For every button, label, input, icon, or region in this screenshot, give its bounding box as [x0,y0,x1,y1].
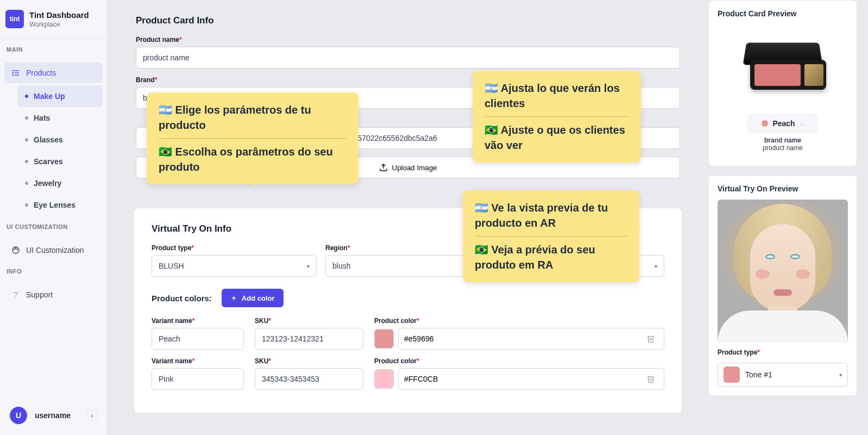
trash-icon [646,375,655,383]
chip-label: Peach [772,119,795,128]
nav-support[interactable]: ? Support [4,284,103,305]
delete-variant-button[interactable] [643,375,658,383]
username: username [35,411,79,420]
annotation-preview-card: 🇦🇷 Ajusta lo que verán los clientes 🇧🇷 A… [473,71,641,163]
plus-icon: ＋ [230,293,237,303]
sub-label: Scarves [34,157,63,166]
delete-variant-button[interactable] [643,334,658,343]
add-color-button[interactable]: ＋ Add color [222,289,284,307]
variant-name-input[interactable] [152,368,244,390]
question-icon: ? [11,290,21,300]
product-image [739,30,826,106]
product-card-preview-panel: Product Card Preview Peach ⌄ brand [708,0,857,166]
sub-jewelry[interactable]: Jewelry [17,172,103,194]
sku-label: SKU* [255,357,363,365]
variant-name-label: Variant name* [152,357,244,365]
sub-hats[interactable]: Hats [17,107,103,129]
annotation-line: 🇧🇷 Veja a prévia do seu produto em RA [475,242,627,272]
product-type-select[interactable]: BLUSH ▾ [152,255,317,277]
svg-point-9 [17,249,17,250]
product-type-label: Product type* [152,244,317,252]
section-ui: UI CUSTOMIZATION [0,216,107,234]
sub-eyelenses[interactable]: Eye Lenses [17,194,103,216]
svg-point-4 [12,72,13,73]
section-main: MAIN [0,39,107,57]
sku-input[interactable] [255,328,363,350]
collapse-sidebar-button[interactable]: ‹ [86,410,97,421]
section-info: INFO [0,260,107,279]
annotation-line: 🇧🇷 Ajuste o que os clientes vão ver [485,122,629,153]
nav-products[interactable]: Products [4,63,103,83]
tone-swatch [724,366,740,383]
logo: tint [5,10,24,28]
bullet-icon [25,182,28,185]
trash-icon [646,334,655,343]
nav-ui-label: UI Customization [26,246,84,254]
vto-preview-title: Virtual Try On Preview [718,184,848,193]
sku-label: SKU* [255,317,363,325]
color-chip[interactable]: Peach ⌄ [747,114,817,133]
app-title: Tint Dashboard [29,10,89,20]
bullet-icon [25,160,28,163]
svg-point-5 [12,74,13,75]
sub-makeup[interactable]: Make Up [17,85,103,107]
sidebar-header: tint Tint Dashboard Workplace [0,0,107,39]
app-subtitle: Workplace [29,21,89,28]
product-name-input[interactable] [136,47,680,69]
annotation-line: 🇦🇷 Ve la vista previa de tu producto en … [475,200,627,231]
select-value: BLUSH [159,262,184,270]
tryon-image [718,200,848,343]
sub-scarves[interactable]: Scarves [17,151,103,172]
product-name-label: Product name* [136,36,680,44]
avatar[interactable]: U [10,407,27,424]
variant-name-label: Variant name* [152,317,244,325]
svg-point-7 [14,249,15,250]
color-hex-input[interactable] [404,334,643,343]
variant-row: Variant name* SKU* Product color* [152,357,664,390]
bullet-icon [25,138,28,141]
nav-ui-customization[interactable]: UI Customization [4,240,103,260]
tone-value: Tone #1 [745,370,834,379]
chevron-down-icon: ⌄ [800,121,804,127]
annotation-line: 🇧🇷 Escolha os parâmetros do seu produto [159,144,347,175]
sub-glasses[interactable]: Glasses [17,129,103,151]
nav-products-label: Products [26,69,56,77]
variant-name-input[interactable] [152,328,244,350]
variant-row: Variant name* SKU* Product color* [152,317,664,350]
preview-product: product name [763,144,802,152]
sub-label: Glasses [34,135,63,144]
annotation-preview-vto: 🇦🇷 Ve la vista previa de tu producto en … [463,190,639,282]
upload-icon [379,163,388,172]
annotation-params: 🇦🇷 Elige los parámetros de tu producto 🇧… [147,92,358,184]
color-hex-input[interactable] [404,375,643,383]
list-icon [11,68,21,78]
svg-point-8 [15,248,16,248]
chevron-down-icon: ▾ [839,372,842,378]
color-swatch[interactable] [374,329,394,349]
sku-input[interactable] [255,368,363,390]
section-title: Product Card Info [136,15,680,26]
annotation-line: 🇦🇷 Elige los parámetros de tu producto [159,102,347,133]
bullet-icon [25,95,28,98]
preview-title: Product Card Preview [718,9,848,18]
upload-label: Upload Image [392,164,437,172]
color-swatch[interactable] [374,369,394,389]
chevron-down-icon: ▾ [655,263,657,269]
sub-label: Hats [34,114,50,122]
select-value: blush [332,262,350,270]
tone-product-type-label: Product type* [718,349,848,356]
svg-point-3 [12,70,13,71]
nav-support-label: Support [26,290,53,299]
bullet-icon [25,203,28,207]
product-color-label: Product color* [374,317,664,325]
sidebar: tint Tint Dashboard Workplace MAIN Produ… [0,0,108,435]
sub-label: Eye Lenses [34,201,76,209]
sidebar-footer: U username ‹ [0,400,107,431]
annotation-line: 🇦🇷 Ajusta lo que verán los clientes [485,80,629,111]
tone-select[interactable]: Tone #1 ▾ [718,363,848,387]
sub-label: Jewelry [34,179,61,188]
product-colors-label: Product colors: [152,294,212,303]
preview-brand: brand name [763,136,802,144]
product-color-label: Product color* [374,357,664,365]
chip-dot-icon [762,120,768,127]
